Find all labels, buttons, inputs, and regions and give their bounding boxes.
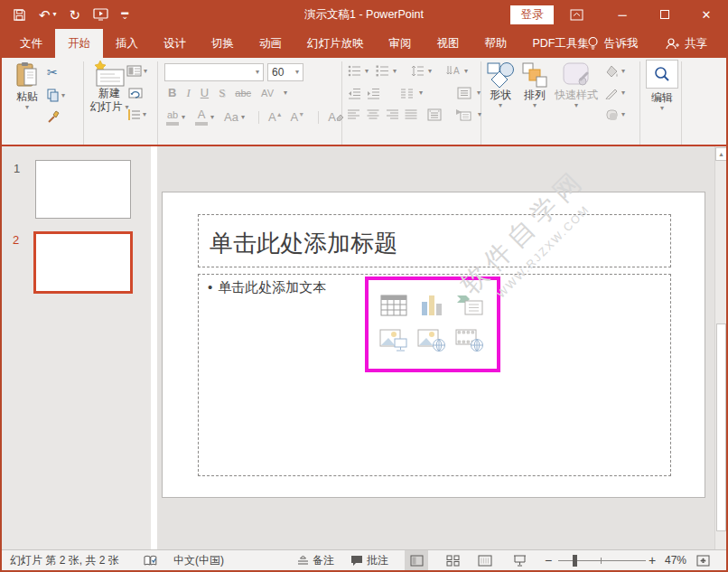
slideshow-view-button[interactable]	[513, 550, 527, 570]
numbering-dropdown-icon[interactable]: ▾	[393, 68, 397, 75]
zoom-slider-track[interactable]	[558, 560, 646, 561]
align-center-button[interactable]	[367, 109, 379, 120]
slide-thumbnail-2[interactable]	[33, 231, 133, 294]
scroll-up-button[interactable]: ▲	[715, 147, 727, 161]
tab-view[interactable]: 视图	[425, 29, 472, 58]
distribute-text-button[interactable]	[427, 108, 442, 121]
character-spacing-dropdown-icon[interactable]: ▾	[284, 89, 287, 97]
font-size-combobox[interactable]: 60 ▾	[267, 63, 303, 81]
grow-font-button[interactable]: A▲	[258, 111, 283, 124]
shape-effects-button[interactable]: ▾	[605, 108, 625, 121]
shape-fill-dropdown-icon[interactable]: ▾	[621, 68, 625, 75]
vertical-scrollbar[interactable]: ▲	[714, 146, 726, 549]
quick-styles-dropdown-icon[interactable]: ▾	[574, 102, 578, 109]
arrange-dropdown-icon[interactable]: ▾	[533, 102, 537, 109]
format-painter-button[interactable]	[47, 110, 61, 124]
tab-slideshow[interactable]: 幻灯片放映	[294, 29, 377, 58]
bullets-dropdown-icon[interactable]: ▾	[365, 68, 369, 75]
fit-to-window-button[interactable]	[696, 550, 710, 570]
paste-button[interactable]: 粘贴 ▾	[9, 61, 45, 111]
zoom-slider-thumb[interactable]	[573, 555, 577, 567]
shape-effects-dropdown-icon[interactable]: ▾	[621, 111, 625, 118]
text-direction-button[interactable]: A	[446, 65, 461, 77]
slide-counter[interactable]: 幻灯片 第 2 张, 共 2 张	[10, 550, 119, 570]
spell-check-button[interactable]	[144, 550, 157, 570]
font-color-dropdown-icon[interactable]: ▾	[210, 114, 214, 121]
share-button[interactable]: 共享	[665, 29, 707, 58]
zoom-in-button[interactable]: +	[649, 550, 656, 570]
editing-button[interactable]: 编辑 ▾	[645, 60, 679, 112]
normal-view-button[interactable]	[405, 550, 428, 570]
tell-me-button[interactable]: 告诉我	[587, 29, 639, 58]
comments-button[interactable]: 批注	[350, 550, 388, 570]
quick-styles-button[interactable]: 快速样式 ▾	[553, 61, 600, 109]
shape-fill-button[interactable]: ▾	[605, 65, 625, 78]
new-slide-button[interactable]: 新建 幻灯片 ▾	[89, 60, 130, 114]
highlight-dropdown-icon[interactable]: ▾	[182, 114, 185, 121]
smartart-dropdown-icon[interactable]: ▾	[478, 111, 481, 118]
scrollbar-thumb[interactable]	[716, 324, 726, 531]
zoom-out-button[interactable]: −	[545, 550, 552, 570]
clear-formatting-button[interactable]: A	[318, 111, 344, 124]
language-indicator[interactable]: 中文(中国)	[173, 550, 224, 570]
tab-animations[interactable]: 动画	[247, 29, 294, 58]
slide-layout-button[interactable]: ▾	[126, 65, 147, 77]
strikethrough-button[interactable]: abc	[235, 87, 251, 99]
bullets-button[interactable]	[348, 65, 361, 77]
close-button[interactable]: ✕	[691, 0, 722, 29]
columns-dropdown-icon[interactable]: ▾	[419, 89, 423, 97]
zoom-level[interactable]: 47%	[665, 550, 686, 570]
tab-review[interactable]: 审阅	[377, 29, 425, 58]
font-color-button[interactable]: A	[195, 108, 208, 126]
shrink-font-button[interactable]: A▼	[291, 111, 305, 124]
panel-splitter[interactable]	[151, 146, 157, 549]
shapes-dropdown-icon[interactable]: ▾	[499, 102, 502, 109]
align-text-dropdown-icon[interactable]: ▾	[477, 89, 481, 97]
align-left-button[interactable]	[348, 109, 360, 120]
shape-outline-dropdown-icon[interactable]: ▾	[621, 89, 625, 97]
tab-design[interactable]: 设计	[151, 29, 199, 58]
numbering-button[interactable]	[376, 65, 389, 77]
tab-home[interactable]: 开始	[55, 29, 103, 58]
tab-file[interactable]: 文件	[7, 29, 55, 58]
notes-button[interactable]: 备注	[297, 550, 334, 570]
reading-view-button[interactable]	[478, 550, 492, 570]
slide-sorter-view-button[interactable]	[446, 550, 460, 570]
decrease-indent-button[interactable]	[348, 88, 361, 99]
italic-button[interactable]: I	[186, 87, 190, 99]
tab-insert[interactable]: 插入	[103, 29, 151, 58]
section-dropdown-icon[interactable]: ▾	[143, 111, 146, 118]
copy-dropdown-icon[interactable]: ▾	[61, 92, 65, 99]
ribbon-display-options-button[interactable]	[564, 0, 589, 29]
tab-transitions[interactable]: 切换	[199, 29, 247, 58]
change-case-dropdown-icon[interactable]: ▾	[241, 114, 245, 121]
shapes-button[interactable]: 形状 ▾	[484, 61, 517, 109]
align-text-button[interactable]	[457, 87, 471, 99]
align-right-button[interactable]	[386, 109, 398, 120]
line-spacing-button[interactable]	[411, 65, 425, 77]
line-spacing-dropdown-icon[interactable]: ▾	[428, 68, 432, 75]
layout-dropdown-icon[interactable]: ▾	[144, 68, 147, 75]
cut-button[interactable]: ✂	[47, 65, 58, 80]
maximize-button[interactable]	[649, 0, 680, 29]
arrange-button[interactable]: 排列 ▾	[518, 61, 551, 109]
bold-button[interactable]: B	[168, 87, 176, 99]
convert-to-smartart-button[interactable]	[455, 108, 471, 121]
increase-indent-button[interactable]	[367, 88, 380, 99]
copy-button[interactable]: ▾	[47, 89, 65, 102]
change-case-button[interactable]: Aa	[224, 111, 238, 124]
editing-dropdown-icon[interactable]: ▾	[660, 105, 664, 112]
character-spacing-button[interactable]: AV	[261, 87, 274, 99]
section-button[interactable]: ▾	[126, 108, 146, 121]
tab-help[interactable]: 帮助	[472, 29, 520, 58]
minimize-button[interactable]: ─	[607, 0, 638, 29]
login-button[interactable]: 登录	[510, 5, 554, 24]
justify-button[interactable]	[405, 109, 417, 120]
slide-thumbnail-1[interactable]	[35, 160, 131, 219]
text-shadow-button[interactable]: S	[219, 87, 225, 99]
title-placeholder[interactable]: 单击此处添加标题	[198, 214, 671, 267]
highlight-color-button[interactable]: ab	[166, 108, 179, 126]
paste-dropdown-icon[interactable]: ▾	[25, 104, 29, 111]
text-direction-dropdown-icon[interactable]: ▾	[464, 68, 468, 75]
underline-button[interactable]: U	[201, 87, 209, 99]
